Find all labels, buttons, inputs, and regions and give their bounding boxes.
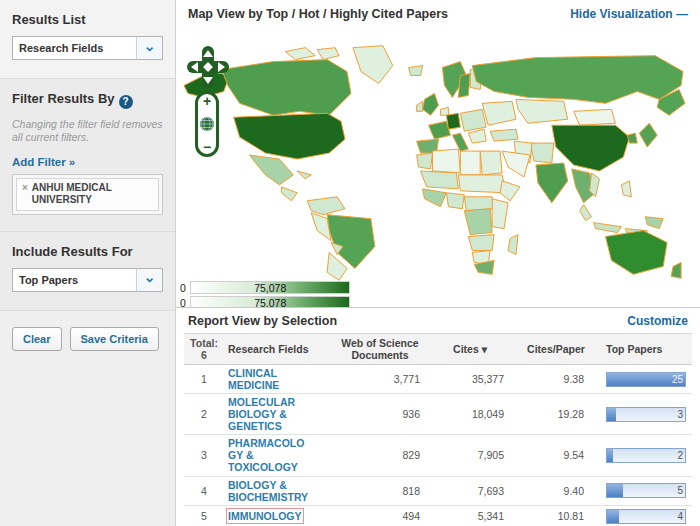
- top-papers-bar-fill: [607, 484, 623, 497]
- legend-gradient-bar: 75,078: [190, 281, 350, 294]
- row-cpp: 10.81: [510, 508, 602, 524]
- report-title: Report View by Selection: [188, 314, 337, 328]
- row-docs: 829: [330, 447, 430, 463]
- top-papers-value: 25: [672, 374, 683, 385]
- table-row: 5 IMMUNOLOGY 494 5,341 10.81 4: [184, 506, 692, 526]
- main-content: Map View by Top / Hot / Highly Cited Pap…: [176, 0, 700, 526]
- top-papers-value: 2: [677, 450, 683, 461]
- legend-max-label-2: 75,078: [254, 297, 286, 307]
- help-icon[interactable]: ?: [119, 95, 133, 109]
- map-panel-title: Map View by Top / Hot / Highly Cited Pap…: [188, 7, 448, 21]
- clear-button[interactable]: Clear: [12, 327, 62, 351]
- world-map-svg: [178, 41, 690, 285]
- active-filter-label: ANHUI MEDICAL UNIVERSITY: [32, 182, 153, 207]
- row-cpp: 19.28: [510, 406, 602, 422]
- include-results-heading: Include Results For: [12, 244, 163, 259]
- legend-gradient-bar-2: 75,078: [190, 296, 350, 307]
- active-filter-box: × ANHUI MEDICAL UNIVERSITY: [12, 174, 163, 215]
- app-root: Results List Research Fields ⌄ Filter Re…: [0, 0, 700, 526]
- table-body: 1 CLINICAL MEDICINE 3,771 35,377 9.38 25…: [184, 365, 692, 526]
- row-rank: 4: [184, 483, 224, 499]
- row-cites: 35,377: [430, 371, 510, 387]
- include-results-value: Top Papers: [13, 269, 136, 291]
- table-row: 4 BIOLOGY & BIOCHEMISTRY 818 7,693 9.40 …: [184, 477, 692, 506]
- results-list-section: Results List Research Fields ⌄: [0, 0, 175, 79]
- globe-icon[interactable]: [199, 116, 215, 132]
- hide-visualization-link[interactable]: Hide Visualization —: [570, 7, 688, 21]
- top-papers-value: 4: [677, 511, 683, 522]
- col-cites-per-paper: Cites/Paper: [510, 341, 602, 357]
- field-link[interactable]: CLINICAL MEDICINE: [228, 367, 312, 391]
- include-results-section: Include Results For Top Papers ⌄: [0, 232, 175, 311]
- top-papers-bar: 4: [606, 509, 686, 524]
- top-papers-bar-fill: [607, 510, 619, 523]
- top-papers-bar-fill: [607, 449, 613, 462]
- row-cites: 7,693: [430, 483, 510, 499]
- world-map[interactable]: + −: [176, 27, 700, 307]
- save-criteria-button[interactable]: Save Criteria: [70, 327, 159, 351]
- col-cites-sort[interactable]: Cites ▾: [430, 341, 510, 357]
- row-cpp: 9.54: [510, 447, 602, 463]
- row-docs: 494: [330, 508, 430, 524]
- map-zoom-control[interactable]: + −: [195, 91, 219, 157]
- row-docs: 3,771: [330, 371, 430, 387]
- row-cites: 18,049: [430, 406, 510, 422]
- sort-down-icon: ▾: [482, 343, 487, 355]
- sidebar-actions: Clear Save Criteria: [0, 311, 175, 365]
- row-cites: 7,905: [430, 447, 510, 463]
- table-header: Total: 6 Research Fields Web of Science …: [184, 333, 692, 365]
- top-papers-bar: 2: [606, 448, 686, 463]
- legend-min-label: 0: [180, 282, 190, 294]
- col-research-fields: Research Fields: [224, 341, 330, 357]
- field-link[interactable]: IMMUNOLOGY: [228, 510, 302, 522]
- col-top-papers: Top Papers: [602, 341, 692, 357]
- row-rank: 5: [184, 508, 224, 524]
- sidebar: Results List Research Fields ⌄ Filter Re…: [0, 0, 176, 526]
- top-papers-bar: 3: [606, 407, 686, 422]
- map-legend: 0 75,078 0 75,078: [180, 281, 350, 307]
- top-papers-value: 5: [677, 485, 683, 496]
- row-docs: 818: [330, 483, 430, 499]
- customize-link[interactable]: Customize: [627, 314, 688, 328]
- field-link[interactable]: MOLECULAR BIOLOGY & GENETICS: [228, 396, 312, 432]
- zoom-in-icon[interactable]: +: [203, 95, 211, 107]
- results-list-heading: Results List: [12, 12, 163, 27]
- table-row: 2 MOLECULAR BIOLOGY & GENETICS 936 18,04…: [184, 394, 692, 435]
- map-pan-control[interactable]: [186, 45, 230, 89]
- top-papers-bar: 25: [606, 372, 686, 387]
- chevron-down-icon: ⌄: [136, 37, 162, 59]
- row-rank: 1: [184, 371, 224, 387]
- row-cites: 5,341: [430, 508, 510, 524]
- collapse-icon: —: [676, 7, 688, 21]
- zoom-out-icon[interactable]: −: [203, 141, 211, 153]
- include-results-select[interactable]: Top Papers ⌄: [12, 268, 163, 292]
- filter-heading-row: Filter Results By?: [12, 91, 163, 109]
- row-cpp: 9.38: [510, 371, 602, 387]
- add-filter-link[interactable]: Add Filter »: [12, 156, 75, 168]
- table-row: 1 CLINICAL MEDICINE 3,771 35,377 9.38 25: [184, 365, 692, 394]
- top-papers-value: 3: [677, 409, 683, 420]
- field-link[interactable]: PHARMACOLOGY & TOXICOLOGY: [228, 437, 312, 473]
- top-papers-bar-fill: [607, 408, 616, 421]
- row-rank: 3: [184, 447, 224, 463]
- col-total: Total: 6: [184, 335, 224, 363]
- results-list-value: Research Fields: [13, 37, 136, 59]
- row-docs: 936: [330, 406, 430, 422]
- map-panel: Map View by Top / Hot / Highly Cited Pap…: [176, 0, 700, 307]
- legend-max-label: 75,078: [254, 282, 286, 294]
- table-row: 3 PHARMACOLOGY & TOXICOLOGY 829 7,905 9.…: [184, 435, 692, 476]
- chevron-down-icon: ⌄: [136, 269, 162, 291]
- top-papers-bar: 5: [606, 483, 686, 498]
- filter-section: Filter Results By? Changing the filter f…: [0, 79, 175, 232]
- results-list-select[interactable]: Research Fields ⌄: [12, 36, 163, 60]
- field-link[interactable]: BIOLOGY & BIOCHEMISTRY: [228, 479, 312, 503]
- legend-min-label-2: 0: [180, 297, 190, 308]
- remove-filter-icon[interactable]: ×: [22, 182, 28, 207]
- filter-note: Changing the filter field removes all cu…: [12, 118, 163, 144]
- row-rank: 2: [184, 406, 224, 422]
- report-panel: Report View by Selection Customize Total…: [176, 307, 700, 526]
- col-wos-documents: Web of Science Documents: [330, 335, 430, 363]
- active-filter-tag[interactable]: × ANHUI MEDICAL UNIVERSITY: [16, 178, 159, 211]
- filter-heading: Filter Results By: [12, 91, 115, 106]
- results-table: Total: 6 Research Fields Web of Science …: [184, 333, 692, 526]
